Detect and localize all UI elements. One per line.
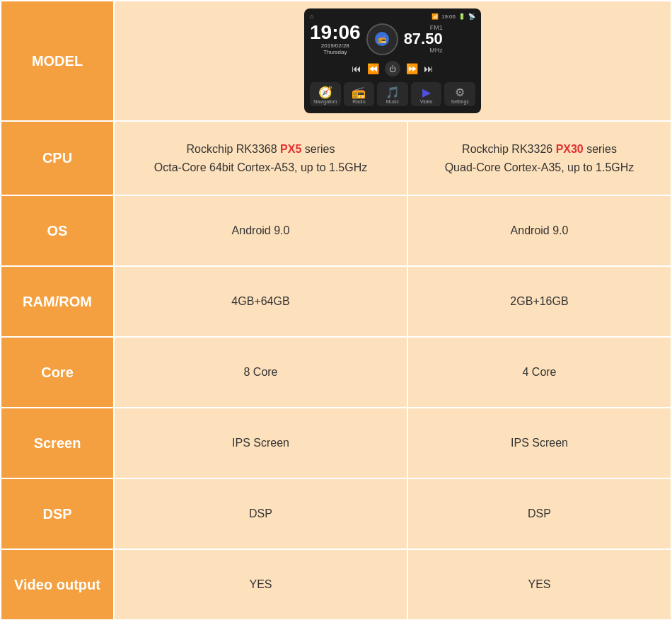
cpu-col2-line2: Quad-Core Cortex-A35, up to 1.5GHz [445,161,635,173]
app-grid: 🧭 Navigation 📻 Radio 🎵 Music ▶ [310,82,475,106]
app-video[interactable]: ▶ Video [411,82,442,106]
videooutput-col2: YES [407,549,671,620]
radio-inner: 📻 [375,32,389,46]
video-icon: ▶ [412,86,441,99]
screen-col1: IPS Screen [114,408,407,478]
navigation-icon: 🧭 [311,86,340,99]
cpu-col2-line1-prefix: Rockchip RK3326 [462,143,556,155]
settings-icon: ⚙ [446,86,474,99]
radio-symbol: 📻 [378,35,386,43]
time-display: 19:06 [310,23,361,42]
cpu-col1-line1-suffix: series [301,143,335,155]
dsp-label-cell: DSP [1,478,114,549]
ramrom-label-cell: RAM/ROM [1,266,114,337]
battery-icon: 🔋 [458,13,465,20]
cpu-col1-line1-prefix: Rockchip RK3368 [187,143,281,155]
cpu-col1: Rockchip RK3368 PX5 series Octa-Core 64b… [114,121,407,195]
home-icon: ⌂ [310,13,313,20]
navigation-label: Navigation [311,99,340,104]
frequency-display: 87.50 [404,31,443,47]
ramrom-col2: 2GB+16GB [407,266,671,337]
app-music[interactable]: 🎵 Music [377,82,408,106]
skip-back-icon[interactable]: ⏮ [352,63,361,74]
radio-label: Radio [345,99,373,104]
cpu-col1-line2: Octa-Core 64bit Cortex-A53, up to 1.5GHz [154,161,367,173]
radio-controls: ⏮ ⏪ ⏻ ⏩ ⏭ [310,61,475,76]
freq-block: FM1 87.50 MHz [404,24,443,54]
signal-icon: 📡 [468,13,475,20]
cpu-col2-text: Rockchip RK3326 PX30 series Quad-Core Co… [419,140,660,176]
core-label-cell: Core [1,337,114,408]
screen-label-cell: Screen [1,408,114,478]
mhz-label: MHz [404,47,443,54]
screen-col2: IPS Screen [407,408,671,478]
radio-icon: 📻 [345,86,373,99]
cpu-col2: Rockchip RK3326 PX30 series Quad-Core Co… [407,121,671,195]
model-label: MODEL [1,1,114,121]
cpu-col1-text: Rockchip RK3368 PX5 series Octa-Core 64b… [125,140,396,176]
date-display: 2019/02/28 [310,42,361,49]
settings-label: Settings [446,99,474,104]
dsp-col2: DSP [407,478,671,549]
power-button[interactable]: ⏻ [385,61,400,76]
radio-circle: 📻 [366,23,398,55]
device-screen: ⌂ 📶 19:06 🔋 📡 19:06 2019/02/28 Thursda [304,8,481,113]
cpu-label-cell: CPU [1,121,114,195]
comparison-table: MODEL ⌂ 📶 19:06 🔋 📡 [0,0,672,620]
video-label: Video [412,99,441,104]
model-image-cell: ⌂ 📶 19:06 🔋 📡 19:06 2019/02/28 Thursda [114,1,671,121]
dsp-col1: DSP [114,478,407,549]
device-main: 19:06 2019/02/28 Thursday 📻 FM1 87.50 [310,23,475,55]
videooutput-label-cell: Video output [1,549,114,620]
wifi-icon: 📶 [431,13,439,20]
next-icon[interactable]: ⏩ [406,63,418,74]
core-col1: 8 Core [114,337,407,408]
os-col1: Android 9.0 [114,195,407,266]
music-icon: 🎵 [378,86,407,99]
cpu-col2-highlight: PX30 [556,143,584,155]
cpu-col1-highlight: PX5 [280,143,301,155]
os-col2: Android 9.0 [407,195,671,266]
time-block: 19:06 2019/02/28 Thursday [310,23,361,55]
app-navigation[interactable]: 🧭 Navigation [310,82,341,106]
day-display: Thursday [310,49,361,55]
skip-forward-icon[interactable]: ⏭ [424,63,434,74]
ramrom-col1: 4GB+64GB [114,266,407,337]
app-radio[interactable]: 📻 Radio [344,82,375,106]
app-settings[interactable]: ⚙ Settings [444,82,475,106]
core-col2: 4 Core [407,337,671,408]
music-label: Music [378,99,407,104]
os-label-cell: OS [1,195,114,266]
cpu-col2-line1-suffix: series [584,143,617,155]
prev-icon[interactable]: ⏪ [367,63,379,74]
time-icon: 19:06 [441,13,456,20]
videooutput-col1: YES [114,549,407,620]
device-top-bar: ⌂ 📶 19:06 🔋 📡 [310,13,475,20]
